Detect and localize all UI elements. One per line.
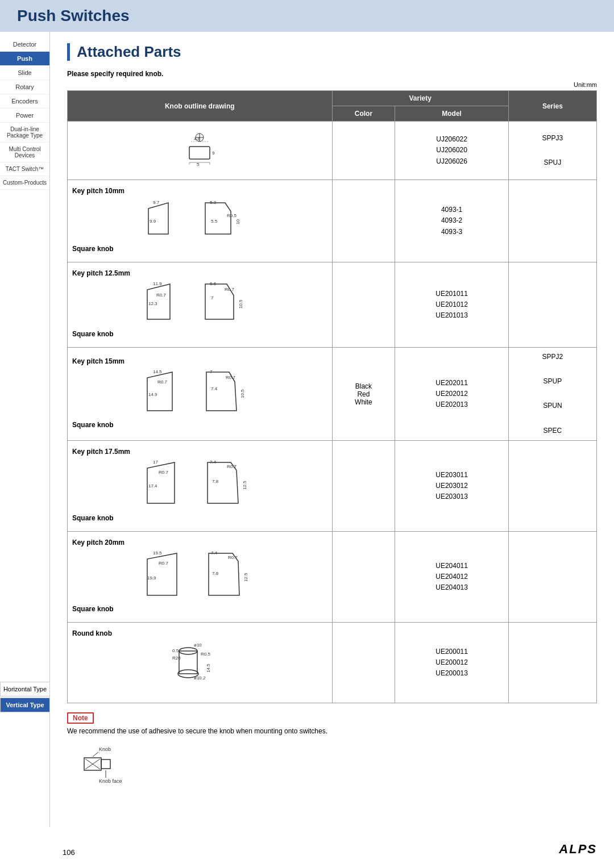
model-cell-2: 4093-14093-24093-3 [395,180,509,262]
knob-label-4: Key pitch 15mm [72,357,327,365]
knob-sublabel-4: Square knob [72,421,327,429]
series-cell-1: SPPJ3SPUJ [508,122,596,180]
knob-label-5: Key pitch 17.5mm [72,448,327,456]
svg-text:10: 10 [235,219,240,224]
knob-diagram-1: 4.6 9 5 [165,131,234,170]
tab-vertical[interactable]: Vertical Type [0,698,50,712]
content-area: Attached Parts Please specify required k… [50,32,614,827]
knob-diagram-cell-3: Key pitch 12.5mm 12.3 11.9 R0.7 6.6 7 R0… [68,262,333,348]
section-title: Attached Parts [67,43,597,61]
main-layout: Detector Push Slide Rotary Encoders Powe… [0,32,614,827]
sidebar-item-rotary[interactable]: Rotary [0,80,49,94]
col-header-color: Color [332,106,395,122]
svg-text:R0.5: R0.5 [227,213,237,218]
knob-diagram-5: 17.4 17 R0.7 7.4 7.8 R0.7 12.5 [137,458,262,512]
series-cell-5 [508,441,596,532]
table-row: Key pitch 12.5mm 12.3 11.9 R0.7 6.6 7 R0… [68,262,597,348]
svg-text:5.3: 5.3 [210,200,217,205]
svg-text:5: 5 [197,162,200,167]
svg-text:10.5: 10.5 [238,299,243,308]
color-cell-5 [332,441,395,532]
knob-diagram-cell-4: Key pitch 15mm 14.9 14.5 R0.7 7 7.4 R0.7 [68,348,333,441]
sidebar-item-dual[interactable]: Dual-in-line Package Type [0,123,49,143]
knob-diagram-cell-6: Key pitch 20mm 19.9 19.5 R0.7 7.4 7.8 R0… [68,532,333,623]
sidebar-item-slide[interactable]: Slide [0,66,49,80]
table-row: Round knob ø10 ø10.2 0.5 R [68,623,597,703]
svg-text:7.4: 7.4 [211,550,218,556]
svg-text:R0.7: R0.7 [157,379,167,385]
knob-diagram-cell-7: Round knob ø10 ø10.2 0.5 R [68,623,333,703]
svg-text:14.9: 14.9 [148,392,157,397]
model-cell-5: UE203011UE203012UE203013 [395,441,509,532]
header-bar: Push Switches [0,0,614,32]
sidebar-item-push[interactable]: Push [0,52,49,66]
svg-text:6.6: 6.6 [210,281,217,286]
svg-text:R0.7: R0.7 [228,555,238,560]
knob-diagram-7: ø10 ø10.2 0.5 R20 R0.5 14.5 [137,640,262,694]
knob-diagram-cell-2: Key pitch 10mm 9.9 9.7 5.3 5.5 R0.5 [68,180,333,262]
col-header-model: Model [395,106,509,122]
svg-text:7: 7 [211,295,214,301]
svg-text:R0.7: R0.7 [159,561,168,566]
svg-text:0.5: 0.5 [172,648,179,653]
knob-sublabel-6: Square knob [72,605,327,613]
sidebar-item-power[interactable]: Power [0,108,49,123]
knob-diagram-2: 9.9 9.7 5.3 5.5 R0.5 10 [137,197,262,243]
svg-marker-14 [205,203,231,234]
sidebar-item-custom[interactable]: Custom-Products [0,176,49,190]
svg-marker-37 [147,462,175,503]
knob-diagram-6: 19.9 19.5 R0.7 7.4 7.8 R0.7 12.5 [137,549,262,603]
specify-note: Please specify required knob. [67,70,597,78]
table-row: Key pitch 17.5mm 17.4 17 R0.7 7.4 7.8 R0… [68,441,597,532]
model-cell-7: UE200011UE200012UE200013 [395,623,509,703]
svg-text:17.4: 17.4 [148,483,157,489]
color-cell-6 [332,532,395,623]
svg-text:19.5: 19.5 [153,550,162,556]
svg-text:7.8: 7.8 [212,571,219,576]
svg-text:Knob face: Knob face [99,778,122,784]
table-row: Key pitch 15mm 14.9 14.5 R0.7 7 7.4 R0.7 [68,348,597,441]
svg-text:10.5: 10.5 [240,389,245,398]
knob-label-6: Key pitch 20mm [72,539,327,546]
svg-text:ø10: ø10 [194,642,202,648]
sidebar-item-encoders[interactable]: Encoders [0,94,49,108]
sidebar-item-tact[interactable]: TACT Switch™ [0,162,49,176]
knob-face-diagram: Knob Knob face [67,741,597,788]
svg-text:R0.7: R0.7 [156,293,166,298]
sidebar: Detector Push Slide Rotary Encoders Powe… [0,32,50,827]
table-row: Key pitch 20mm 19.9 19.5 R0.7 7.4 7.8 R0… [68,532,597,623]
svg-text:9: 9 [212,151,215,156]
knob-diagram-cell-5: Key pitch 17.5mm 17.4 17 R0.7 7.4 7.8 R0… [68,441,333,532]
col-header-series: Series [508,91,596,122]
svg-text:R20: R20 [172,656,181,661]
parts-table: Knob outline drawing Variety Series Colo… [67,90,597,703]
alps-logo: ALPS [559,842,597,857]
svg-text:R0.7: R0.7 [225,287,234,292]
sidebar-item-detector[interactable]: Detector [0,37,49,52]
svg-text:14.5: 14.5 [206,663,211,673]
sidebar-item-multi[interactable]: Multi Control Devices [0,143,49,162]
series-cell-2 [508,180,596,262]
tab-horizontal[interactable]: Horizontal Type [0,682,50,696]
model-cell-4: UE202011UE202012UE202013 [395,348,509,441]
svg-text:12.3: 12.3 [148,301,157,306]
series-cell-4: SPPJ2SPUPSPUNSPEC [508,348,596,441]
knob-sublabel-5: Square knob [72,514,327,522]
svg-text:9.9: 9.9 [150,219,156,224]
svg-text:R0.7: R0.7 [227,464,237,469]
series-cell-7 [508,623,596,703]
svg-marker-46 [147,553,177,595]
table-row: Key pitch 10mm 9.9 9.7 5.3 5.5 R0.5 [68,180,597,262]
svg-text:R0.5: R0.5 [201,652,210,657]
knob-sublabel-2: Square knob [72,245,327,253]
svg-rect-5 [189,147,210,159]
model-cell-1: UJ206022UJ206020UJ206026 [395,122,509,180]
svg-text:ø10.2: ø10.2 [194,675,206,681]
knob-face-svg: Knob Knob face [67,741,158,786]
svg-text:7.4: 7.4 [211,386,218,391]
series-cell-6 [508,532,596,623]
svg-text:17: 17 [153,460,158,465]
svg-text:7.8: 7.8 [212,479,219,484]
note-section: Note We recommend the use of adhesive to… [67,712,597,788]
knob-label-3: Key pitch 12.5mm [72,269,327,277]
